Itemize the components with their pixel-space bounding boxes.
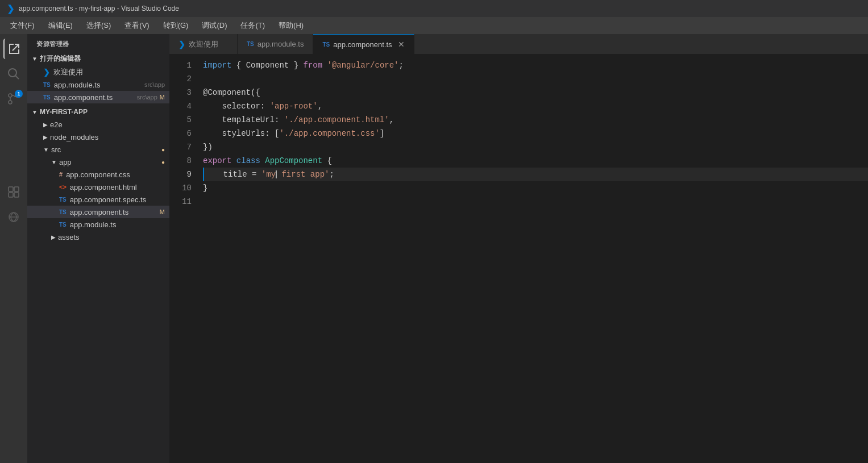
html-icon: <> (59, 183, 67, 190)
open-editors-section[interactable]: ▼ 打开的编辑器 (27, 52, 169, 66)
module-tree-filename: app.module.ts (70, 220, 165, 229)
src-folder-name: src (51, 145, 161, 154)
code-line-10: } (203, 181, 868, 195)
menu-file[interactable]: 文件(F) (5, 18, 40, 33)
project-section[interactable]: ▼ MY-FIRST-APP (27, 106, 169, 118)
sidebar-item-appmodule[interactable]: TS app.module.ts src\app (27, 78, 169, 91)
component-tab-label: app.component.ts (333, 40, 392, 49)
menu-goto[interactable]: 转到(G) (157, 18, 194, 33)
sidebar-title: 资源管理器 (27, 34, 169, 52)
tree-component-modified: M (160, 208, 165, 215)
node-modules-folder-name: node_modules (50, 133, 165, 141)
sidebar-item-e2e[interactable]: ▶ e2e (27, 118, 169, 131)
sidebar-item-module-tree[interactable]: TS app.module.ts (27, 218, 169, 231)
sidebar-item-appcomponent[interactable]: TS app.component.ts src\app M (27, 91, 169, 103)
search-activity-icon[interactable] (3, 64, 24, 84)
line-numbers: 1 2 3 4 5 6 7 8 9 10 11 (169, 59, 201, 458)
project-chevron: ▼ (32, 109, 38, 115)
source-control-activity-icon[interactable]: 1 (3, 89, 24, 109)
sidebar-item-assets[interactable]: ▶ assets (27, 231, 169, 243)
tree-component-filename: app.component.ts (70, 208, 160, 216)
remote-activity-icon[interactable] (3, 207, 24, 227)
code-line-3: @Component({ (203, 86, 868, 99)
node-modules-chevron: ▶ (43, 134, 48, 140)
welcome-icon: ❯ (43, 68, 50, 77)
welcome-filename: 欢迎使用 (53, 67, 165, 77)
assets-folder-name: assets (58, 233, 165, 241)
editor-area: ❯ 欢迎使用 TS app.module.ts TS app.component… (169, 34, 868, 463)
component-filepath: src\app (137, 94, 157, 101)
ts-icon-component: TS (43, 94, 51, 101)
welcome-tab-icon: ❯ (178, 40, 185, 49)
menu-select[interactable]: 选择(S) (81, 18, 117, 33)
sidebar-item-ts-tree[interactable]: TS app.component.ts M (27, 206, 169, 218)
sidebar: 资源管理器 ▼ 打开的编辑器 ❯ 欢迎使用 TS app.module.ts s… (27, 34, 169, 463)
tree-ts-icon: TS (59, 209, 67, 215)
sidebar-item-src[interactable]: ▼ src ● (27, 143, 169, 156)
menu-view[interactable]: 查看(V) (119, 18, 155, 33)
sidebar-item-node-modules[interactable]: ▶ node_modules (27, 131, 169, 143)
tab-close-button[interactable]: ✕ (398, 40, 405, 49)
code-line-5: templateUrl: './app.component.html', (203, 113, 868, 127)
sidebar-item-welcome[interactable]: ❯ 欢迎使用 (27, 66, 169, 78)
code-line-4: selector: 'app-root', (203, 99, 868, 113)
menu-help[interactable]: 帮助(H) (273, 18, 309, 33)
tab-app-component[interactable]: TS app.component.ts ✕ (313, 34, 414, 54)
module-ts-icon: TS (59, 222, 67, 228)
assets-chevron: ▶ (51, 234, 56, 240)
code-line-7: }) (203, 140, 868, 154)
menu-debug[interactable]: 调试(D) (196, 18, 232, 33)
code-editor[interactable]: import { Component } from '@angular/core… (201, 59, 868, 458)
code-line-2 (203, 72, 868, 86)
svg-rect-8 (9, 193, 13, 197)
html-filename: app.component.html (70, 183, 165, 191)
menu-bar: 文件(F) 编辑(E) 选择(S) 查看(V) 转到(G) 调试(D) 任务(T… (0, 17, 868, 34)
svg-rect-6 (9, 187, 13, 191)
component-modified-badge: M (160, 94, 165, 101)
source-control-badge: 1 (15, 90, 23, 98)
spec-filename: app.component.spec.ts (70, 195, 165, 204)
explorer-icon[interactable] (3, 39, 24, 59)
src-dot: ● (161, 147, 165, 153)
code-line-8: export class AppComponent { (203, 154, 868, 168)
menu-task[interactable]: 任务(T) (235, 18, 271, 33)
tab-welcome[interactable]: ❯ 欢迎使用 (169, 34, 238, 54)
sidebar-item-app[interactable]: ▼ app ● (27, 156, 169, 168)
component-filename: app.component.ts (54, 93, 134, 102)
tab-bar: ❯ 欢迎使用 TS app.module.ts TS app.component… (169, 34, 868, 54)
code-line-1: import { Component } from '@angular/core… (203, 59, 868, 72)
svg-point-2 (9, 101, 12, 104)
module-tab-icon: TS (247, 41, 254, 47)
extensions-activity-icon[interactable] (3, 182, 24, 202)
spec-ts-icon: TS (59, 197, 67, 203)
welcome-tab-label: 欢迎使用 (189, 39, 218, 49)
ts-icon-module: TS (43, 82, 51, 88)
menu-edit[interactable]: 编辑(E) (43, 18, 78, 33)
svg-line-1 (15, 76, 19, 79)
module-filename: app.module.ts (54, 81, 141, 89)
css-icon: # (59, 171, 63, 178)
app-icon: ❯ (7, 3, 14, 14)
app-folder-name: app (59, 158, 161, 166)
code-line-9: title = 'my first app'; (203, 168, 868, 181)
e2e-folder-name: e2e (50, 120, 165, 129)
css-filename: app.component.css (66, 170, 165, 179)
module-filepath: src\app (144, 81, 165, 88)
svg-rect-9 (14, 193, 19, 197)
e2e-chevron: ▶ (43, 122, 48, 128)
sidebar-item-spec[interactable]: TS app.component.spec.ts (27, 193, 169, 206)
component-tab-icon: TS (322, 41, 330, 48)
app-chevron: ▼ (51, 159, 57, 165)
title-bar: ❯ app.component.ts - my-first-app - Visu… (0, 0, 868, 17)
app-dot: ● (161, 159, 165, 165)
svg-point-4 (9, 94, 12, 97)
tab-app-module[interactable]: TS app.module.ts (238, 34, 313, 54)
window-title: app.component.ts - my-first-app - Visual… (19, 5, 179, 12)
main-layout: 1 资源管理器 ▼ 打开的编辑器 (0, 34, 868, 463)
project-label: MY-FIRST-APP (40, 108, 88, 116)
sidebar-item-html[interactable]: <> app.component.html (27, 181, 169, 193)
open-editors-label: 打开的编辑器 (40, 54, 81, 64)
sidebar-item-css[interactable]: # app.component.css (27, 168, 169, 181)
svg-rect-7 (14, 187, 19, 191)
editor-content[interactable]: 1 2 3 4 5 6 7 8 9 10 11 import { Compone… (169, 54, 868, 463)
